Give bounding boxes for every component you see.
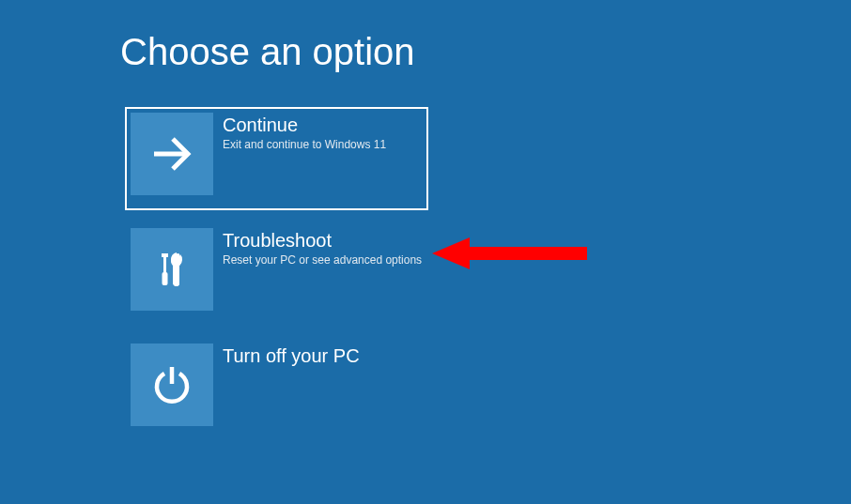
svg-rect-3 [162, 272, 168, 285]
options-list: Continue Exit and continue to Windows 11… [125, 107, 428, 453]
page-title: Choose an option [120, 31, 415, 73]
power-icon [131, 344, 213, 426]
svg-rect-1 [162, 253, 168, 257]
option-turnoff-text: Turn off your PC [213, 344, 360, 369]
svg-marker-5 [432, 237, 587, 269]
option-continue[interactable]: Continue Exit and continue to Windows 11 [125, 107, 428, 210]
option-troubleshoot-text: Troubleshoot Reset your PC or see advanc… [213, 228, 422, 268]
annotation-arrow-icon [432, 235, 601, 282]
option-continue-title: Continue [223, 115, 386, 136]
option-continue-text: Continue Exit and continue to Windows 11 [213, 113, 386, 153]
option-continue-desc: Exit and continue to Windows 11 [223, 138, 386, 153]
option-troubleshoot-desc: Reset your PC or see advanced options [223, 253, 422, 268]
continue-icon [131, 113, 213, 195]
option-turnoff[interactable]: Turn off your PC [125, 338, 428, 441]
troubleshoot-icon [131, 228, 213, 311]
option-troubleshoot-title: Troubleshoot [223, 230, 422, 252]
svg-rect-2 [163, 257, 166, 272]
option-turnoff-title: Turn off your PC [223, 345, 360, 367]
option-troubleshoot[interactable]: Troubleshoot Reset your PC or see advanc… [125, 222, 428, 326]
